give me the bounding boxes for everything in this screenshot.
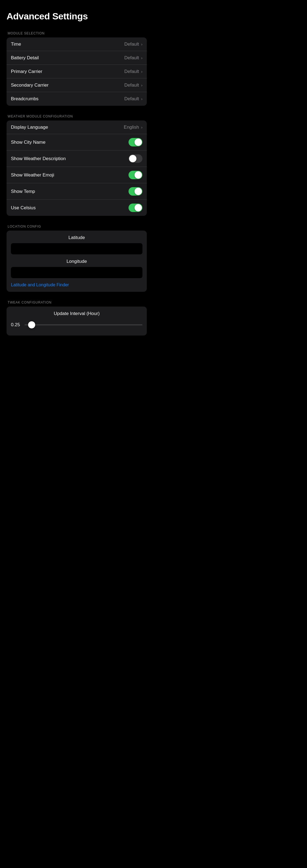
show-temp-thumb (135, 188, 142, 195)
primary-carrier-label: Primary Carrier (11, 69, 42, 74)
longitude-label: Longitude (11, 259, 142, 264)
slider-track (25, 324, 142, 326)
show-temp-label: Show Temp (11, 189, 35, 194)
primary-carrier-right: Default › (124, 69, 142, 74)
breadcrumbs-value: Default (124, 96, 139, 102)
latitude-label: Latitude (11, 235, 142, 241)
secondary-carrier-value: Default (124, 83, 139, 88)
secondary-carrier-right: Default › (124, 83, 142, 88)
longitude-input[interactable] (11, 267, 142, 278)
battery-detail-chevron: › (141, 56, 142, 60)
module-selection-card: Time Default › Battery Detail Default › … (6, 37, 147, 106)
tweak-config-section: TWEAK CONFIGURATION Update Interval (Hou… (6, 301, 147, 336)
primary-carrier-row[interactable]: Primary Carrier Default › (6, 65, 147, 79)
secondary-carrier-row[interactable]: Secondary Carrier Default › (6, 79, 147, 92)
show-weather-description-row: Show Weather Description (6, 151, 147, 167)
time-row[interactable]: Time Default › (6, 37, 147, 51)
tweak-config-label: TWEAK CONFIGURATION (6, 301, 147, 304)
slider-container (25, 321, 142, 329)
battery-detail-label: Battery Detail (11, 55, 39, 61)
weather-module-section: WEATHER MODULE CONFIGURATION Display Lan… (6, 115, 147, 216)
display-language-chevron: › (141, 125, 142, 129)
secondary-carrier-chevron: › (141, 83, 142, 87)
breadcrumbs-chevron: › (141, 97, 142, 101)
time-chevron: › (141, 42, 142, 46)
display-language-label: Display Language (11, 125, 48, 130)
battery-detail-value: Default (124, 55, 139, 61)
display-language-right: English › (124, 125, 142, 130)
module-selection-label: MODULE SELECTION (6, 31, 147, 35)
slider-value-display: 0.25 (11, 322, 22, 328)
show-weather-emoji-toggle[interactable] (129, 171, 142, 179)
lat-lng-finder-link[interactable]: Latitude and Longitude Finder (11, 282, 142, 287)
battery-detail-right: Default › (124, 55, 142, 61)
battery-detail-row[interactable]: Battery Detail Default › (6, 51, 147, 65)
page-title: Advanced Settings (6, 11, 147, 22)
weather-module-label: WEATHER MODULE CONFIGURATION (6, 115, 147, 118)
show-temp-row: Show Temp (6, 183, 147, 200)
breadcrumbs-label: Breadcrumbs (11, 96, 38, 102)
show-weather-description-label: Show Weather Description (11, 156, 66, 161)
tweak-config-card: Update Interval (Hour) 0.25 (6, 307, 147, 336)
location-config-card: Latitude Longitude Latitude and Longitud… (6, 230, 147, 292)
secondary-carrier-label: Secondary Carrier (11, 83, 48, 88)
show-weather-emoji-thumb (135, 171, 142, 179)
use-celsius-thumb (135, 204, 142, 212)
breadcrumbs-row[interactable]: Breadcrumbs Default › (6, 92, 147, 106)
module-selection-section: MODULE SELECTION Time Default › Battery … (6, 31, 147, 106)
display-language-value: English (124, 125, 139, 130)
show-weather-description-thumb (129, 155, 136, 162)
weather-module-card: Display Language English › Show City Nam… (6, 121, 147, 216)
show-city-name-label: Show City Name (11, 140, 45, 145)
time-label: Time (11, 41, 21, 47)
primary-carrier-value: Default (124, 69, 139, 74)
location-config-section: LOCATION CONFIG Latitude Longitude Latit… (6, 225, 147, 292)
location-config-label: LOCATION CONFIG (6, 225, 147, 228)
show-city-name-thumb (135, 138, 142, 146)
show-weather-emoji-label: Show Weather Emoji (11, 173, 54, 178)
show-city-name-toggle[interactable] (129, 138, 142, 147)
slider-row: 0.25 (11, 321, 142, 329)
use-celsius-toggle[interactable] (129, 204, 142, 212)
time-value: Default (124, 41, 139, 47)
show-weather-emoji-row: Show Weather Emoji (6, 167, 147, 183)
time-right: Default › (124, 41, 142, 47)
slider-thumb[interactable] (28, 321, 35, 329)
latitude-input[interactable] (11, 243, 142, 254)
show-weather-description-toggle[interactable] (129, 154, 142, 163)
display-language-row[interactable]: Display Language English › (6, 121, 147, 134)
primary-carrier-chevron: › (141, 69, 142, 74)
update-interval-label: Update Interval (Hour) (11, 311, 142, 316)
show-temp-toggle[interactable] (129, 187, 142, 196)
use-celsius-row: Use Celsius (6, 200, 147, 216)
use-celsius-label: Use Celsius (11, 205, 36, 211)
breadcrumbs-right: Default › (124, 96, 142, 102)
show-city-name-row: Show City Name (6, 134, 147, 151)
